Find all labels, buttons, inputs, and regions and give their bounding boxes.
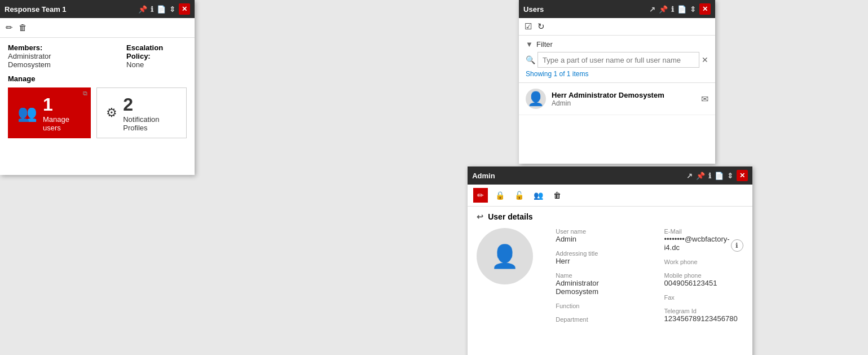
email-label: E-Mail: [664, 228, 743, 235]
mobile-phone-label: Mobile phone: [664, 272, 743, 279]
user-details-label: User details: [488, 212, 532, 221]
expand-icon-admin[interactable]: ⇕: [727, 172, 733, 180]
info-icon[interactable]: ℹ: [151, 5, 153, 14]
notification-profiles-count: 2: [123, 94, 177, 115]
user-avatar: 👤: [526, 89, 546, 109]
admin-title: Admin: [472, 172, 681, 180]
pin-icon-admin[interactable]: 📌: [696, 172, 705, 180]
doc-icon[interactable]: 📄: [157, 5, 166, 14]
admin-panel: Admin ↗ 📌 ℹ 📄 ⇕ ✕ ✏ 🔒 🔓 👥 🗑 ↩ User detai…: [468, 166, 752, 355]
showing-text: Showing 1 of 1 items: [526, 70, 708, 78]
user-list: 👤 Herr Administrator Demosystem Admin ✉: [519, 82, 715, 115]
user-info: Herr Administrator Demosystem Admin: [552, 91, 695, 107]
search-input[interactable]: [537, 52, 699, 68]
doc-icon-admin[interactable]: 📄: [715, 172, 724, 180]
response-team-titlebar: Response Team 1 📌 ℹ 📄 ⇕ ✕: [0, 0, 195, 18]
username-value: Admin: [556, 235, 641, 243]
pin-icon-users[interactable]: 📌: [659, 5, 668, 14]
info-icon-admin[interactable]: ℹ: [708, 172, 711, 180]
admin-toolbar: ✏ 🔒 🔓 👥 🗑: [468, 185, 752, 207]
notification-profiles-card[interactable]: ⚙ 2 Notification Profiles: [96, 87, 187, 138]
close-icon[interactable]: ✕: [179, 3, 190, 15]
external-link-icon[interactable]: ↗: [649, 5, 655, 14]
external-link-icon-admin[interactable]: ↗: [686, 172, 693, 180]
members-value: Administrator Demosystem: [8, 52, 92, 69]
telegram-value: 123456789123456780: [664, 314, 743, 323]
response-team-panel: Response Team 1 📌 ℹ 📄 ⇕ ✕ ✏ 🗑 Members: A…: [0, 0, 195, 175]
manage-users-card[interactable]: 👥 1 Manage users ⧉: [8, 87, 91, 138]
avatar: 👤: [477, 228, 533, 284]
close-icon-admin[interactable]: ✕: [737, 170, 748, 181]
user-item[interactable]: 👤 Herr Administrator Demosystem Admin ✉: [519, 83, 715, 115]
fax-label: Fax: [664, 294, 743, 301]
telegram-label: Telegram Id: [664, 308, 743, 314]
pin-icon[interactable]: 📌: [138, 5, 147, 14]
search-icon: 🔍: [526, 55, 535, 64]
edit-btn[interactable]: ✏: [473, 188, 488, 203]
escalation-label: Escalation Policy:: [126, 43, 187, 60]
user-role: Admin: [552, 99, 695, 107]
mobile-phone-value: 0049056123451: [664, 279, 743, 287]
admin-titlebar: Admin ↗ 📌 ℹ 📄 ⇕ ✕: [468, 166, 752, 185]
username-label: User name: [556, 228, 641, 235]
notification-profiles-label: Notification Profiles: [123, 115, 177, 132]
name-label: Name: [556, 272, 641, 279]
notification-icon: ⚙: [106, 106, 117, 120]
checkbox-icon[interactable]: ☑: [525, 21, 532, 32]
expand-icon[interactable]: ⇕: [169, 5, 175, 14]
members-label: Members:: [8, 43, 92, 52]
resize-icon: ⧉: [83, 90, 87, 97]
response-team-title: Response Team 1: [5, 5, 134, 14]
doc-icon-users[interactable]: 📄: [677, 5, 686, 14]
name-value: Administrator Demosystem: [556, 279, 641, 296]
edit-icon[interactable]: ✏: [6, 23, 13, 33]
users-title: Users: [523, 5, 645, 14]
manage-users-label: Manage users: [43, 115, 81, 132]
close-icon-users[interactable]: ✕: [699, 3, 711, 15]
users-toolbar: ☑ ↻: [519, 18, 715, 36]
info-circle-icon[interactable]: ℹ: [731, 239, 743, 252]
work-phone-label: Work phone: [664, 258, 743, 265]
lock2-btn[interactable]: 🔓: [512, 188, 526, 203]
filter-icon: ▼: [526, 40, 533, 49]
user-details-icon: ↩: [477, 212, 483, 221]
escalation-value: None: [126, 60, 187, 69]
search-clear-icon[interactable]: ✕: [702, 55, 708, 64]
info-icon-users[interactable]: ℹ: [671, 5, 674, 14]
department-label: Department: [556, 316, 641, 323]
expand-icon-users[interactable]: ⇕: [690, 5, 696, 14]
email-icon: ✉: [701, 94, 708, 104]
function-label: Function: [556, 303, 641, 309]
users-btn[interactable]: 👥: [531, 188, 545, 203]
manage-users-count: 1: [43, 94, 81, 115]
addressing-value: Herr: [556, 257, 641, 265]
users-titlebar: Users ↗ 📌 ℹ 📄 ⇕ ✕: [519, 0, 715, 18]
addressing-label: Addressing title: [556, 250, 641, 257]
trash-icon[interactable]: 🗑: [19, 23, 27, 33]
trash-btn[interactable]: 🗑: [550, 188, 565, 203]
filter-label: Filter: [536, 40, 553, 49]
users-icon: 👥: [17, 104, 37, 122]
refresh-icon[interactable]: ↻: [537, 21, 545, 32]
response-team-toolbar: ✏ 🗑: [0, 18, 195, 38]
users-panel: Users ↗ 📌 ℹ 📄 ⇕ ✕ ☑ ↻ ▼ Filter 🔍 ✕: [519, 0, 715, 164]
user-name: Herr Administrator Demosystem: [552, 91, 695, 99]
manage-label: Manage: [8, 74, 187, 83]
lock1-btn[interactable]: 🔒: [492, 188, 507, 203]
